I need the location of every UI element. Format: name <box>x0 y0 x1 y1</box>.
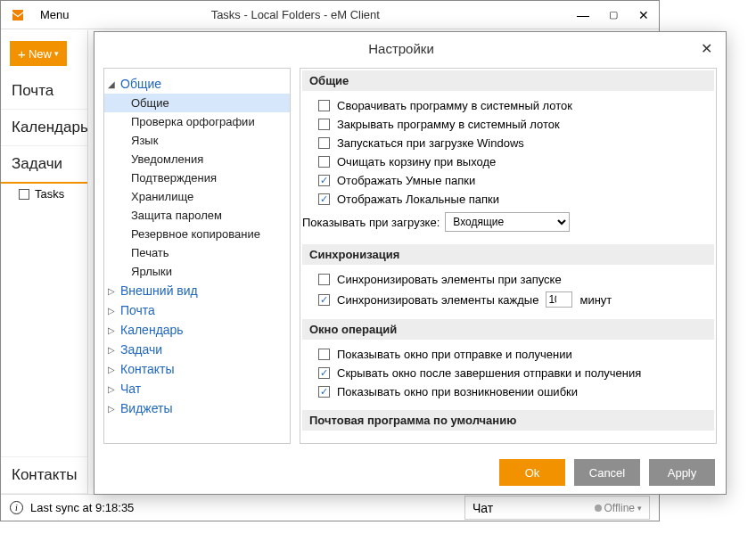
left-sidebar: + New ▾ Почта Календарь Задачи Tasks Кон… <box>1 30 88 494</box>
tree-item-spellcheck[interactable]: Проверка орфографии <box>104 112 290 131</box>
checkbox-checked-icon: ✓ <box>318 294 330 306</box>
tree-cat-mail[interactable]: ▷ Почта <box>104 300 290 320</box>
opt-empty-trash[interactable]: Очищать корзину при выходе <box>318 152 707 171</box>
tree-cat-general[interactable]: ◢ Общие <box>104 74 290 94</box>
tree-cat-widgets[interactable]: ▷ Виджеты <box>104 398 290 418</box>
menu-button[interactable]: Menu <box>33 4 77 25</box>
tree-item-general[interactable]: Общие <box>104 94 290 112</box>
app-logo-icon <box>10 7 26 23</box>
settings-dialog: Настройки ✕ ◢ Общие Общие Проверка орфог… <box>94 31 727 495</box>
nav-tasks[interactable]: Задачи <box>1 146 87 184</box>
offline-label: Offline <box>604 502 635 514</box>
section-sync-head: Синхронизация <box>302 244 714 265</box>
maximize-button[interactable]: ▢ <box>598 2 629 29</box>
tree-cat-appearance[interactable]: ▷ Внешний вид <box>104 281 290 300</box>
checkbox-icon <box>318 349 330 360</box>
checkbox-icon <box>318 100 330 111</box>
opt-sync-interval[interactable]: ✓ Синхронизировать элементы каждые минут <box>318 289 707 310</box>
checkbox-icon <box>19 189 29 200</box>
new-button[interactable]: + New ▾ <box>10 41 67 66</box>
caret-right-icon: ▷ <box>108 306 115 316</box>
caret-right-icon: ▷ <box>108 384 115 394</box>
settings-tree: ◢ Общие Общие Проверка орфографии Язык У… <box>103 68 291 444</box>
caret-right-icon: ▷ <box>108 365 115 374</box>
tree-cat-tasks[interactable]: ▷ Задачи <box>104 340 290 359</box>
opt-show-on-sendrecv[interactable]: Показывать окно при отправке и получении <box>318 345 707 364</box>
last-sync-text: Last sync at 9:18:35 <box>30 501 134 514</box>
opt-smart-folders[interactable]: ✓Отображать Умные папки <box>318 171 707 190</box>
checkbox-icon <box>318 119 330 130</box>
tree-item-print[interactable]: Печать <box>104 243 290 262</box>
chat-status-panel[interactable]: Чат Offline ▾ <box>464 496 650 520</box>
show-on-start-label: Показывать при загрузке: <box>302 216 440 229</box>
ok-button[interactable]: Ok <box>499 459 565 486</box>
new-button-label: New <box>29 47 52 61</box>
status-bar: i Last sync at 9:18:35 Чат Offline ▾ <box>1 494 659 521</box>
settings-panel: Общие Сворачивать программу в системный … <box>300 68 717 444</box>
cancel-button[interactable]: Cancel <box>574 459 640 486</box>
opt-sync-startup[interactable]: Синхронизировать элементы при запуске <box>318 270 707 289</box>
checkbox-icon <box>318 156 330 168</box>
task-folder-tasks[interactable]: Tasks <box>1 184 87 204</box>
tree-item-backup[interactable]: Резервное копирование <box>104 225 290 243</box>
tree-cat-contacts[interactable]: ▷ Контакты <box>104 359 290 379</box>
checkbox-checked-icon: ✓ <box>318 193 330 205</box>
tree-item-storage[interactable]: Хранилище <box>104 187 290 206</box>
section-ops-body: Показывать окно при отправке и получении… <box>302 343 714 410</box>
nav-contacts[interactable]: Контакты <box>1 456 87 494</box>
caret-right-icon: ▷ <box>108 325 115 335</box>
dialog-titlebar: Настройки ✕ <box>94 32 726 64</box>
minimize-button[interactable]: — <box>568 2 598 29</box>
tree-cat-calendar[interactable]: ▷ Календарь <box>104 320 290 340</box>
info-icon: i <box>10 501 23 514</box>
task-folder-label: Tasks <box>35 187 64 201</box>
tree-item-shortcuts[interactable]: Ярлыки <box>104 262 290 281</box>
caret-right-icon: ▷ <box>108 404 115 414</box>
dialog-title: Настройки <box>105 41 697 56</box>
dialog-close-button[interactable]: ✕ <box>697 40 715 57</box>
section-general-head: Общие <box>302 70 714 91</box>
opt-local-folders[interactable]: ✓Отображать Локальные папки <box>318 190 707 209</box>
tree-item-password[interactable]: Защита паролем <box>104 206 290 225</box>
opt-minimize-tray[interactable]: Сворачивать программу в системный лоток <box>318 96 707 115</box>
chat-label: Чат <box>472 501 493 515</box>
tree-item-confirmations[interactable]: Подтверждения <box>104 168 290 187</box>
opt-show-on-error[interactable]: ✓Показывать окно при возникновении ошибк… <box>318 382 707 401</box>
section-default-client-head: Почтовая программа по умолчанию <box>302 410 714 431</box>
tree-item-language[interactable]: Язык <box>104 131 290 150</box>
checkbox-checked-icon: ✓ <box>318 367 330 379</box>
opt-run-on-startup[interactable]: Запускаться при загрузке Windows <box>318 134 707 152</box>
section-ops-head: Окно операций <box>302 319 714 340</box>
section-general-body: Сворачивать программу в системный лоток … <box>302 94 714 244</box>
caret-down-icon: ◢ <box>108 79 115 89</box>
offline-dot-icon <box>595 505 602 512</box>
caret-right-icon: ▷ <box>108 345 115 355</box>
window-title: Tasks - Local Folders - eM Client <box>77 8 568 21</box>
dialog-footer: Ok Cancel Apply <box>94 451 726 494</box>
checkbox-icon <box>318 274 330 285</box>
checkbox-icon <box>318 137 330 149</box>
show-on-start-select[interactable]: Входящие <box>445 212 570 232</box>
chevron-down-icon: ▾ <box>637 504 642 513</box>
caret-right-icon: ▷ <box>108 286 115 296</box>
nav-mail[interactable]: Почта <box>1 73 87 110</box>
opt-hide-after-done[interactable]: ✓Скрывать окно после завершения отправки… <box>318 364 707 382</box>
section-sync-body: Синхронизировать элементы при запуске ✓ … <box>302 268 714 319</box>
close-button[interactable]: ✕ <box>629 2 659 29</box>
minutes-label: минут <box>579 293 612 307</box>
opt-close-tray[interactable]: Закрывать программу в системный лоток <box>318 115 707 134</box>
apply-button[interactable]: Apply <box>649 459 715 486</box>
sync-interval-input[interactable] <box>546 291 572 308</box>
nav-calendar[interactable]: Календарь <box>1 110 87 146</box>
checkbox-checked-icon: ✓ <box>318 386 330 398</box>
main-titlebar: Menu Tasks - Local Folders - eM Client —… <box>1 1 659 29</box>
tree-cat-chat[interactable]: ▷ Чат <box>104 379 290 398</box>
tree-item-notifications[interactable]: Уведомления <box>104 150 290 168</box>
checkbox-checked-icon: ✓ <box>318 175 330 186</box>
